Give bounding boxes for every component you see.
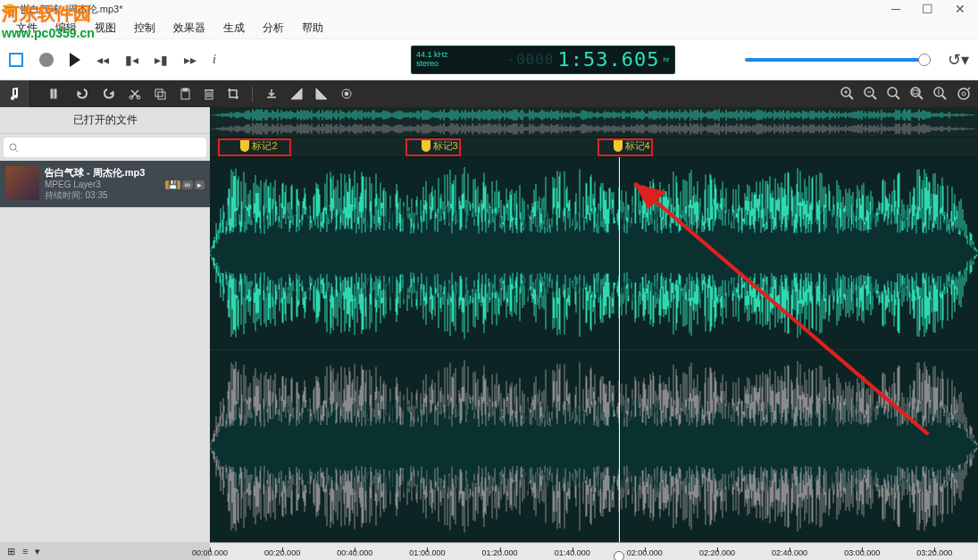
grid-icon[interactable]: ⊞ [7, 546, 15, 557]
track-tab[interactable] [0, 80, 29, 107]
time-ruler: ⊞ ≡ ▾ 00:00.00000:20.00000:40.00001:00.0… [0, 542, 978, 560]
marker-4[interactable]: 标记4 [614, 139, 650, 153]
menu-help[interactable]: 帮助 [293, 17, 332, 39]
svg-point-2 [11, 6, 13, 8]
waveform-area[interactable]: 标记2 标记3 标记4 [210, 107, 978, 542]
normalize-icon[interactable] [340, 88, 353, 100]
svg-point-0 [4, 4, 15, 14]
svg-rect-4 [54, 89, 56, 98]
cut-icon[interactable] [129, 88, 141, 100]
record-button[interactable] [39, 53, 54, 67]
window-title: 告白气球 - 周杰伦.mp3* [20, 3, 123, 16]
file-duration: 持续时间: 03:35 [45, 189, 145, 202]
transport-toolbar: ◂◂ ▮◂ ▸▮ ▸▸ i 44.1 kHz stereo -0000 1:53… [0, 39, 978, 80]
lcd-positive-time: 1:53.605 [557, 48, 659, 71]
marker-2[interactable]: 标记2 [240, 139, 277, 153]
playhead-handle[interactable] [614, 551, 624, 560]
minimize-button[interactable]: ─ [891, 2, 900, 16]
ruler-side-controls: ⊞ ≡ ▾ [0, 542, 210, 560]
rewind-button[interactable]: ◂◂ [96, 53, 109, 67]
stop-button[interactable] [9, 53, 23, 67]
menu-file[interactable]: 文件 [7, 17, 46, 39]
svg-line-37 [15, 149, 18, 152]
main-area: 已打开的文件 告白气球 - 周杰伦.mp3 MPEG Layer3 持续时间: … [0, 107, 978, 542]
skip-forward-button[interactable]: ▸▮ [155, 53, 168, 67]
waveform-channels[interactable] [210, 157, 978, 542]
import-icon[interactable] [265, 88, 278, 100]
file-item[interactable]: 告白气球 - 周杰伦.mp3 MPEG Layer3 持续时间: 03:35 💾… [0, 161, 210, 207]
svg-point-33 [958, 88, 969, 99]
app-icon [4, 3, 16, 15]
maximize-button[interactable]: ☐ [922, 2, 933, 16]
zoom-vertical-icon[interactable] [933, 87, 948, 101]
lcd-meta: 44.1 kHz stereo [416, 51, 448, 69]
menu-view[interactable]: 视图 [86, 17, 125, 39]
menu-analyze[interactable]: 分析 [254, 17, 293, 39]
fast-forward-button[interactable]: ▸▸ [184, 53, 196, 67]
info-button[interactable]: i [213, 53, 216, 67]
zoom-selection-icon[interactable] [910, 87, 924, 101]
svg-line-28 [919, 96, 923, 99]
title-bar: 告白气球 - 周杰伦.mp3* ─ ☐ ✕ [0, 0, 978, 18]
sidebar: 已打开的文件 告白气球 - 周杰伦.mp3 MPEG Layer3 持续时间: … [0, 107, 210, 542]
channel-right[interactable] [210, 350, 978, 543]
lcd-mode: stereo [416, 60, 448, 69]
svg-rect-10 [183, 88, 188, 91]
copy-icon[interactable] [154, 88, 166, 100]
zoom-in-icon[interactable] [840, 87, 855, 101]
svg-rect-29 [913, 90, 918, 94]
close-button[interactable]: ✕ [955, 2, 965, 16]
svg-rect-3 [51, 89, 53, 98]
redo-icon[interactable] [102, 87, 116, 101]
menu-edit[interactable]: 编辑 [46, 17, 86, 39]
file-thumbnail [5, 166, 39, 200]
save-badge-icon[interactable]: 💾 [165, 180, 180, 189]
search-input[interactable] [4, 138, 206, 157]
svg-point-1 [7, 6, 9, 8]
ruler-scale[interactable]: 00:00.00000:20.00000:40.00001:00.00001:2… [210, 542, 978, 560]
zoom-out-icon[interactable] [864, 87, 878, 101]
paste-icon[interactable] [179, 88, 191, 100]
svg-point-36 [10, 144, 16, 150]
fade-in-icon[interactable] [290, 88, 303, 100]
window-controls: ─ ☐ ✕ [891, 2, 974, 16]
undo-icon[interactable] [75, 87, 89, 101]
zoom-fit-icon[interactable] [887, 87, 901, 101]
delete-icon[interactable] [204, 88, 214, 100]
svg-point-25 [888, 88, 897, 96]
menu-generate[interactable]: 生成 [214, 17, 254, 39]
svg-rect-38 [210, 107, 978, 137]
waveform-overview[interactable] [210, 107, 978, 138]
lcd-negative-time: -0000 [506, 51, 554, 68]
playhead[interactable] [619, 157, 620, 542]
file-codec: MPEG Layer3 [45, 180, 145, 189]
skip-back-button[interactable]: ▮◂ [125, 53, 138, 67]
menu-control[interactable]: 控制 [125, 17, 164, 39]
menu-bar: 文件 编辑 视图 控制 效果器 生成 分析 帮助 [0, 18, 978, 39]
svg-point-34 [962, 92, 965, 96]
svg-line-26 [896, 96, 899, 99]
file-name: 告白气球 - 周杰伦.mp3 [45, 166, 145, 180]
play-button[interactable] [70, 53, 80, 67]
menu-effects[interactable]: 效果器 [164, 17, 214, 39]
chevron-down-icon[interactable]: ▾ [35, 546, 40, 557]
link-badge-icon[interactable]: ∞ [182, 180, 193, 189]
svg-line-31 [942, 96, 946, 99]
volume-slider[interactable] [745, 58, 932, 62]
drag-icon[interactable] [50, 88, 63, 100]
fade-out-icon[interactable] [315, 88, 328, 100]
list-icon[interactable]: ≡ [22, 546, 28, 556]
svg-rect-8 [158, 92, 165, 99]
marker-lane[interactable]: 标记2 标记3 标记4 [210, 138, 978, 157]
sidebar-header: 已打开的文件 [0, 107, 210, 134]
crop-icon[interactable] [227, 88, 239, 100]
history-button[interactable]: ↺▾ [948, 50, 969, 70]
settings-icon[interactable] [957, 87, 971, 101]
svg-line-23 [873, 96, 876, 99]
more-badge-icon[interactable]: ▸ [195, 180, 205, 189]
channel-left[interactable] [210, 157, 978, 350]
lcd-unit: hr [663, 55, 669, 63]
marker-3[interactable]: 标记3 [422, 139, 458, 153]
time-display: 44.1 kHz stereo -0000 1:53.605 hr [411, 46, 675, 74]
edit-toolbar [0, 80, 978, 107]
